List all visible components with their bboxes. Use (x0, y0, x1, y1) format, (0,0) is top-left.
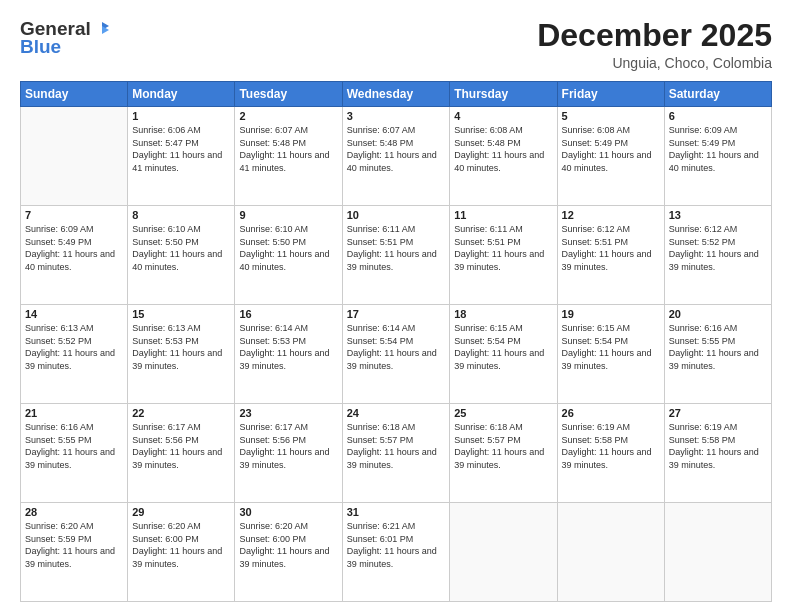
table-row: 7 Sunrise: 6:09 AM Sunset: 5:49 PM Dayli… (21, 206, 128, 305)
day-number: 23 (239, 407, 337, 419)
table-row: 3 Sunrise: 6:07 AM Sunset: 5:48 PM Dayli… (342, 107, 450, 206)
sunrise-text: Sunrise: 6:16 AM (669, 323, 738, 333)
daylight-text: Daylight: 11 hours and 39 minutes. (562, 249, 652, 272)
logo-flag-icon (93, 20, 111, 38)
sunset-text: Sunset: 5:57 PM (347, 435, 414, 445)
sunrise-text: Sunrise: 6:19 AM (562, 422, 631, 432)
daylight-text: Daylight: 11 hours and 41 minutes. (239, 150, 329, 173)
sunset-text: Sunset: 5:49 PM (562, 138, 629, 148)
calendar-week-row: 14 Sunrise: 6:13 AM Sunset: 5:52 PM Dayl… (21, 305, 772, 404)
day-number: 4 (454, 110, 552, 122)
table-row: 9 Sunrise: 6:10 AM Sunset: 5:50 PM Dayli… (235, 206, 342, 305)
sunset-text: Sunset: 5:54 PM (562, 336, 629, 346)
sunrise-text: Sunrise: 6:07 AM (239, 125, 308, 135)
daylight-text: Daylight: 11 hours and 39 minutes. (562, 348, 652, 371)
sunset-text: Sunset: 5:49 PM (669, 138, 736, 148)
table-row: 8 Sunrise: 6:10 AM Sunset: 5:50 PM Dayli… (128, 206, 235, 305)
sunset-text: Sunset: 6:00 PM (132, 534, 199, 544)
day-number: 9 (239, 209, 337, 221)
sunrise-text: Sunrise: 6:07 AM (347, 125, 416, 135)
sunrise-text: Sunrise: 6:12 AM (669, 224, 738, 234)
sunrise-text: Sunrise: 6:18 AM (347, 422, 416, 432)
sunset-text: Sunset: 5:54 PM (347, 336, 414, 346)
sunrise-text: Sunrise: 6:10 AM (239, 224, 308, 234)
table-row (450, 503, 557, 602)
day-detail: Sunrise: 6:07 AM Sunset: 5:48 PM Dayligh… (239, 124, 337, 174)
day-detail: Sunrise: 6:15 AM Sunset: 5:54 PM Dayligh… (454, 322, 552, 372)
sunset-text: Sunset: 5:50 PM (132, 237, 199, 247)
sunset-text: Sunset: 5:58 PM (669, 435, 736, 445)
day-number: 28 (25, 506, 123, 518)
table-row: 16 Sunrise: 6:14 AM Sunset: 5:53 PM Dayl… (235, 305, 342, 404)
daylight-text: Daylight: 11 hours and 39 minutes. (669, 348, 759, 371)
day-detail: Sunrise: 6:18 AM Sunset: 5:57 PM Dayligh… (454, 421, 552, 471)
sunrise-text: Sunrise: 6:09 AM (25, 224, 94, 234)
day-detail: Sunrise: 6:16 AM Sunset: 5:55 PM Dayligh… (25, 421, 123, 471)
day-number: 3 (347, 110, 446, 122)
col-saturday: Saturday (664, 82, 771, 107)
sunrise-text: Sunrise: 6:08 AM (454, 125, 523, 135)
calendar-week-row: 1 Sunrise: 6:06 AM Sunset: 5:47 PM Dayli… (21, 107, 772, 206)
day-detail: Sunrise: 6:20 AM Sunset: 6:00 PM Dayligh… (132, 520, 230, 570)
daylight-text: Daylight: 11 hours and 39 minutes. (347, 348, 437, 371)
table-row: 25 Sunrise: 6:18 AM Sunset: 5:57 PM Dayl… (450, 404, 557, 503)
col-thursday: Thursday (450, 82, 557, 107)
daylight-text: Daylight: 11 hours and 39 minutes. (347, 249, 437, 272)
header: General Blue December 2025 Unguia, Choco… (20, 18, 772, 71)
day-detail: Sunrise: 6:12 AM Sunset: 5:52 PM Dayligh… (669, 223, 767, 273)
day-detail: Sunrise: 6:16 AM Sunset: 5:55 PM Dayligh… (669, 322, 767, 372)
sunrise-text: Sunrise: 6:12 AM (562, 224, 631, 234)
col-tuesday: Tuesday (235, 82, 342, 107)
day-number: 21 (25, 407, 123, 419)
day-detail: Sunrise: 6:13 AM Sunset: 5:52 PM Dayligh… (25, 322, 123, 372)
table-row (557, 503, 664, 602)
day-number: 10 (347, 209, 446, 221)
table-row: 30 Sunrise: 6:20 AM Sunset: 6:00 PM Dayl… (235, 503, 342, 602)
sunrise-text: Sunrise: 6:17 AM (239, 422, 308, 432)
calendar-week-row: 21 Sunrise: 6:16 AM Sunset: 5:55 PM Dayl… (21, 404, 772, 503)
table-row: 31 Sunrise: 6:21 AM Sunset: 6:01 PM Dayl… (342, 503, 450, 602)
day-number: 26 (562, 407, 660, 419)
day-detail: Sunrise: 6:09 AM Sunset: 5:49 PM Dayligh… (25, 223, 123, 273)
table-row: 2 Sunrise: 6:07 AM Sunset: 5:48 PM Dayli… (235, 107, 342, 206)
daylight-text: Daylight: 11 hours and 40 minutes. (562, 150, 652, 173)
table-row: 24 Sunrise: 6:18 AM Sunset: 5:57 PM Dayl… (342, 404, 450, 503)
sunset-text: Sunset: 5:47 PM (132, 138, 199, 148)
day-detail: Sunrise: 6:19 AM Sunset: 5:58 PM Dayligh… (562, 421, 660, 471)
daylight-text: Daylight: 11 hours and 39 minutes. (132, 348, 222, 371)
table-row: 19 Sunrise: 6:15 AM Sunset: 5:54 PM Dayl… (557, 305, 664, 404)
sunrise-text: Sunrise: 6:14 AM (239, 323, 308, 333)
table-row: 23 Sunrise: 6:17 AM Sunset: 5:56 PM Dayl… (235, 404, 342, 503)
sunset-text: Sunset: 5:48 PM (347, 138, 414, 148)
col-wednesday: Wednesday (342, 82, 450, 107)
sunrise-text: Sunrise: 6:14 AM (347, 323, 416, 333)
day-detail: Sunrise: 6:08 AM Sunset: 5:49 PM Dayligh… (562, 124, 660, 174)
day-number: 1 (132, 110, 230, 122)
day-number: 15 (132, 308, 230, 320)
col-friday: Friday (557, 82, 664, 107)
table-row: 21 Sunrise: 6:16 AM Sunset: 5:55 PM Dayl… (21, 404, 128, 503)
col-monday: Monday (128, 82, 235, 107)
table-row: 5 Sunrise: 6:08 AM Sunset: 5:49 PM Dayli… (557, 107, 664, 206)
sunrise-text: Sunrise: 6:19 AM (669, 422, 738, 432)
day-number: 5 (562, 110, 660, 122)
logo: General Blue (20, 18, 111, 58)
day-number: 25 (454, 407, 552, 419)
sunset-text: Sunset: 5:48 PM (239, 138, 306, 148)
day-detail: Sunrise: 6:14 AM Sunset: 5:54 PM Dayligh… (347, 322, 446, 372)
sunrise-text: Sunrise: 6:20 AM (25, 521, 94, 531)
day-detail: Sunrise: 6:10 AM Sunset: 5:50 PM Dayligh… (132, 223, 230, 273)
sunset-text: Sunset: 5:51 PM (562, 237, 629, 247)
sunrise-text: Sunrise: 6:15 AM (562, 323, 631, 333)
table-row: 18 Sunrise: 6:15 AM Sunset: 5:54 PM Dayl… (450, 305, 557, 404)
daylight-text: Daylight: 11 hours and 39 minutes. (132, 546, 222, 569)
day-detail: Sunrise: 6:09 AM Sunset: 5:49 PM Dayligh… (669, 124, 767, 174)
title-block: December 2025 Unguia, Choco, Colombia (537, 18, 772, 71)
sunset-text: Sunset: 5:49 PM (25, 237, 92, 247)
table-row (21, 107, 128, 206)
day-detail: Sunrise: 6:14 AM Sunset: 5:53 PM Dayligh… (239, 322, 337, 372)
day-detail: Sunrise: 6:20 AM Sunset: 5:59 PM Dayligh… (25, 520, 123, 570)
table-row: 12 Sunrise: 6:12 AM Sunset: 5:51 PM Dayl… (557, 206, 664, 305)
sunrise-text: Sunrise: 6:21 AM (347, 521, 416, 531)
daylight-text: Daylight: 11 hours and 40 minutes. (239, 249, 329, 272)
